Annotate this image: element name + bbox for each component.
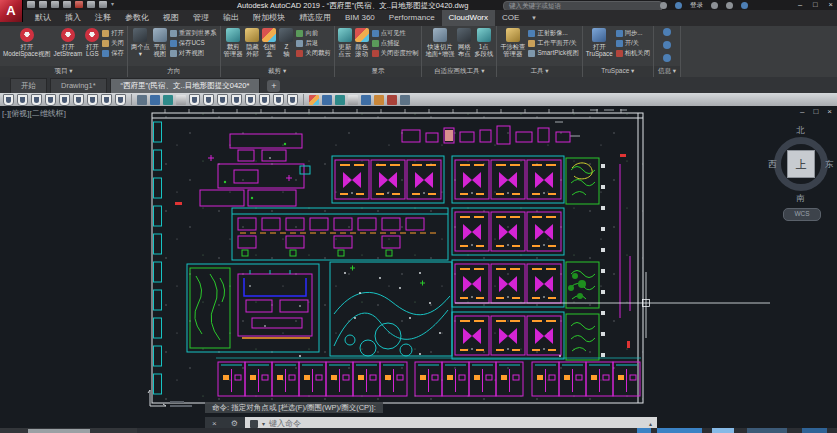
toolbar-tool-icon[interactable] [387,95,397,105]
clip-manager-button[interactable]: 裁剪管理器 [224,27,243,57]
update-pointcloud-button[interactable]: 更新点云 [338,27,352,57]
z-axis-button[interactable]: Z轴 [279,27,293,57]
cloudworx-shield-icon[interactable] [273,94,284,106]
cloudworx-shield-icon[interactable] [259,94,270,106]
smartpick-view-button[interactable]: SmartPick视图 [528,49,578,58]
tab-insert[interactable]: 插入 [58,10,88,26]
tab-cloudworx[interactable]: CloudWorx [442,10,495,26]
toolbar-tool-icon[interactable] [335,95,345,105]
density-control-off-button[interactable]: 关闭密度控制 [372,49,419,58]
wcs-dropdown[interactable]: WCS [783,208,821,221]
viewcube-east-label[interactable]: 东 [825,159,834,171]
hide-outside-button[interactable]: 隐藏外部 [245,27,259,57]
toolbar-tool-icon[interactable] [163,95,173,105]
viewcube-south-label[interactable]: 南 [796,193,805,205]
cloudworx-shield-icon[interactable] [3,94,14,106]
cloudworx-shield-icon[interactable] [189,94,200,106]
panel-label-tools[interactable]: 工具 ▾ [497,66,581,77]
toolbar-tool-icon[interactable] [137,95,147,105]
viewcube-top-face[interactable]: 上 [787,150,815,178]
point-visibility-button[interactable]: 点可见性 [372,29,419,38]
viewcube-north-label[interactable]: 北 [796,125,805,137]
project-save-button[interactable]: 保存 [102,49,124,58]
open-truspace-button[interactable]: 打开TruSpace [586,27,613,57]
cloudworx-shield-icon[interactable] [73,94,84,106]
cloudworx-shield-icon[interactable] [287,94,298,106]
tab-addins[interactable]: 附加模块 [246,10,292,26]
command-close-icon[interactable]: × [212,419,217,428]
site-plan-drawing[interactable] [0,106,837,433]
drawing-close-button[interactable]: × [827,107,832,116]
autocad-app-button[interactable]: A [0,0,23,22]
two-points-button[interactable]: 两个点▾ [131,27,150,57]
info-update-icon[interactable] [663,28,671,36]
autodesk-cloud-icon[interactable] [726,2,733,9]
tab-featured-apps[interactable]: 精选应用 [292,10,338,26]
one-point-polyline-button[interactable]: 1点多段线 [474,27,493,57]
cloudworx-shield-icon[interactable] [231,94,242,106]
ribbon-display-toggle-icon[interactable]: ▾ [532,10,536,26]
file-tab-active-drawing[interactable]: “西府里”(民宿、文..目地形图提交0420* [110,78,261,93]
tab-annotate[interactable]: 注释 [88,10,118,26]
redo-icon[interactable] [99,1,107,8]
status-chip[interactable] [657,428,702,433]
panel-label-direction[interactable]: 方向 [128,66,220,77]
cloudworx-shield-icon[interactable] [203,94,214,106]
open-jetstream-button[interactable]: 打开JetStream [54,27,83,57]
cloudworx-shield-icon[interactable] [101,94,112,106]
tab-parametric[interactable]: 参数化 [118,10,156,26]
plan-view-button[interactable]: 平面视图 [153,27,167,57]
save-ucs-button[interactable]: 保存UCS [170,39,217,48]
command-customize-wrench-icon[interactable]: ⚙ [231,419,238,428]
truspace-toggle-button[interactable]: 开/关 [616,39,650,48]
tab-manage[interactable]: 管理 [186,10,216,26]
camera-off-button[interactable]: 相机关闭 [616,49,650,58]
viewcube-west-label[interactable]: 西 [768,159,777,171]
plot-icon[interactable] [75,1,83,8]
bounding-box-button[interactable]: 包围盒 [262,27,276,57]
tab-output[interactable]: 输出 [216,10,246,26]
tab-bim360[interactable]: BIM 360 [338,10,382,26]
undo-icon[interactable] [87,1,95,8]
color-scroll-button[interactable]: 颜色滚动 [355,27,369,57]
viewport-controls-label[interactable]: [-][俯视][二维线框] [2,108,66,119]
minimize-button[interactable]: – [798,0,802,10]
file-tab-drawing1[interactable]: Drawing1* [50,78,107,93]
toolbar-tool-icon[interactable] [322,95,332,105]
project-open-button[interactable]: 打开 [102,29,124,38]
save-as-icon[interactable] [63,1,71,8]
command-expand-icon[interactable]: ▴ [649,420,652,427]
clip-forward-button[interactable]: 向前 [296,29,330,38]
new-drawing-tab-button[interactable]: + [267,80,280,92]
status-chip[interactable] [747,428,787,433]
toolbar-tool-icon[interactable] [361,95,371,105]
cloudworx-shield-icon[interactable] [217,94,228,106]
help-icon[interactable] [741,2,748,9]
cloudworx-shield-icon[interactable] [115,94,126,106]
qat-dropdown-icon[interactable]: ▾ [111,1,114,8]
drawing-restore-button[interactable]: □ [813,107,818,116]
open-file-icon[interactable] [39,1,47,8]
save-icon[interactable] [51,1,59,8]
panel-label-project[interactable]: 项目 ▾ [0,66,127,77]
toolbar-tool-icon[interactable] [176,95,186,105]
status-chip[interactable] [637,428,651,433]
quick-slice-button[interactable]: 快速切片地面+增强 [425,27,454,57]
truspace-sync-button[interactable]: 同步... [616,29,650,38]
status-chip[interactable] [802,428,827,433]
tab-view[interactable]: 视图 [156,10,186,26]
file-tab-start[interactable]: 开始 [10,78,47,93]
viewcube[interactable]: 北 南 西 东 上 WCS [770,124,832,222]
info-about-icon[interactable] [663,41,671,49]
interference-check-button[interactable]: 干涉检查管理器 [500,27,525,57]
clip-back-button[interactable]: 后退 [296,39,330,48]
cloudworx-shield-icon[interactable] [17,94,28,106]
clip-off-button[interactable]: 关闭裁剪 [296,49,330,58]
open-lgs-button[interactable]: 打开LGS [85,27,99,57]
cloudworx-shield-icon[interactable] [31,94,42,106]
signin-avatar-icon[interactable] [675,2,682,9]
drawing-canvas[interactable]: [-][俯视][二维线框] – □ × [0,106,837,433]
work-plane-toggle-button[interactable]: 工作平面开/关 [528,39,578,48]
panel-label-display[interactable]: 显示 [335,66,422,77]
new-file-icon[interactable] [27,1,35,8]
